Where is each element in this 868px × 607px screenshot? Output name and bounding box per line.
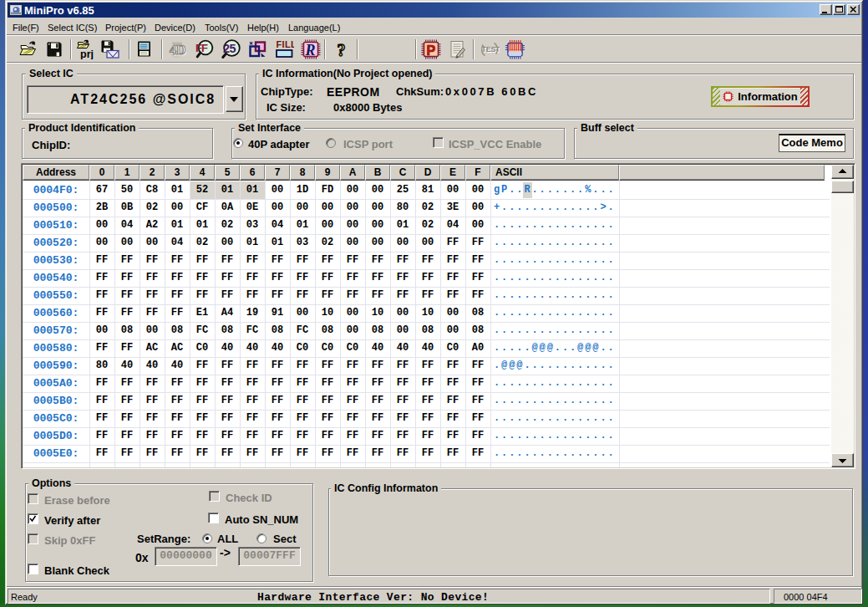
svg-text:4D: 4D: [170, 43, 186, 57]
svg-text:R: R: [305, 42, 316, 59]
svg-text:25: 25: [223, 42, 236, 55]
svg-text:P: P: [427, 43, 436, 58]
svg-text:?: ?: [338, 41, 346, 59]
svg-text:TEST: TEST: [482, 45, 500, 54]
svg-text:FILL: FILL: [277, 39, 295, 49]
svg-text:prj: prj: [80, 48, 94, 59]
svg-text:FF: FF: [195, 42, 208, 54]
